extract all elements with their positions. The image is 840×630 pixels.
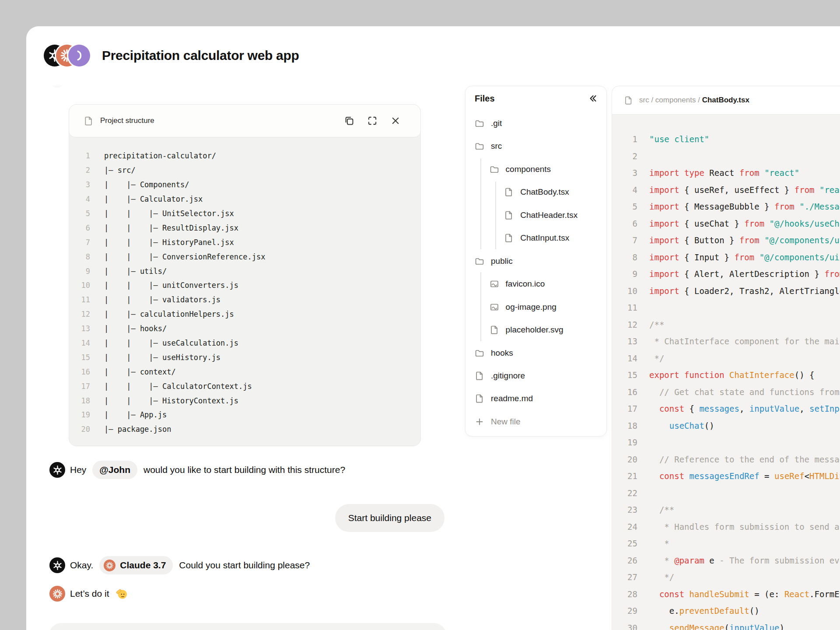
code-line-text: * ChatInterface component for the main c… (649, 336, 840, 346)
code-line: 1"use client" (612, 131, 840, 148)
structure-line: 16| |— context/ (69, 364, 420, 379)
line-number: 21 (612, 471, 637, 481)
structure-line-text: | |— hooks/ (104, 324, 167, 333)
line-number: 13 (69, 324, 90, 333)
code-line-text: * Handles form submission to send a mess… (649, 522, 840, 532)
line-number: 20 (69, 425, 90, 434)
assistant-message: Hey@Johnwould you like to start building… (49, 460, 345, 480)
file-tree-label: placeholder.svg (506, 325, 564, 335)
code-line: 27 */ (612, 569, 840, 586)
close-icon[interactable] (390, 115, 401, 126)
line-number: 9 (69, 267, 90, 276)
file-tree-item-.gitignore[interactable]: .gitignore (474, 366, 525, 385)
faded-message-text: Okay, here's the project structure. (70, 74, 207, 85)
file-tree-item-chatinput.tsx[interactable]: ChatInput.tsx (504, 228, 569, 248)
file-icon (504, 187, 514, 197)
line-number: 4 (612, 185, 637, 195)
openai-avatar (49, 462, 65, 478)
file-tree-item-src[interactable]: src (474, 136, 502, 156)
folder-icon (474, 118, 485, 129)
line-number: 14 (612, 354, 637, 363)
collapse-panel-button[interactable] (587, 93, 598, 104)
line-number: 8 (69, 252, 90, 261)
line-number: 13 (612, 336, 637, 346)
code-line-text: const handleSubmit = (e: React.FormEvent… (649, 589, 840, 599)
structure-line-text: | | |— HistoryContext.js (104, 396, 238, 405)
model-chip[interactable]: Claude 3.7 (99, 556, 173, 574)
structure-line: 9| |— utils/ (69, 264, 420, 278)
code-line: 4import { useRef, useEffect } from "reac… (612, 182, 840, 199)
line-number: 15 (612, 370, 637, 380)
line-number: 1 (69, 151, 90, 160)
structure-line: 14| | |— useCalculation.js (69, 336, 420, 350)
structure-line-text: | | |— HistoryPanel.jsx (104, 238, 234, 247)
folder-icon (489, 164, 500, 175)
line-number: 22 (612, 488, 637, 498)
line-number: 27 (612, 572, 637, 582)
file-tree-item-components[interactable]: components (489, 160, 551, 179)
chat-input[interactable] (49, 623, 446, 630)
line-number: 11 (612, 303, 637, 312)
breadcrumb-file: ChatBody.tsx (702, 96, 749, 104)
structure-line-text: | |— Components/ (104, 180, 189, 189)
line-number: 2 (69, 166, 90, 175)
structure-line: 18| | |— HistoryContext.js (69, 393, 420, 408)
code-line-text: import { Button } from "@/components/ui/… (649, 235, 840, 245)
code-line: 9import { Alert, AlertDescription } from… (612, 266, 840, 283)
new-file-button[interactable]: New file (474, 412, 521, 431)
file-tree-item-chatheader.tsx[interactable]: ChatHeader.tsx (504, 206, 578, 225)
expand-icon[interactable] (367, 115, 378, 126)
files-panel-title: Files (475, 94, 495, 104)
structure-line-text: | |— App.js (104, 410, 167, 419)
code-line-text: sendMessage(inputValue) (649, 623, 784, 630)
line-number: 23 (612, 505, 637, 514)
saluting-face-emoji (116, 587, 129, 600)
code-line: 15export function ChatInterface() { (612, 367, 840, 384)
code-line: 12/** (612, 316, 840, 333)
code-line-text: const { messages, inputValue, setInputVa… (649, 404, 840, 413)
user-message-bubble: Start building please (335, 504, 444, 532)
line-number: 18 (612, 421, 637, 430)
line-number: 20 (612, 455, 637, 464)
breadcrumb[interactable]: src / components / ChatBody.tsx (639, 96, 749, 105)
line-number: 17 (69, 382, 90, 391)
code-line-text: export function ChatInterface() { (649, 370, 815, 380)
code-line: 30 sendMessage(inputValue) (612, 620, 840, 630)
line-number: 4 (69, 195, 90, 203)
file-tree-label: ChatHeader.tsx (520, 210, 578, 220)
file-tree-item-placeholder.svg[interactable]: placeholder.svg (489, 320, 564, 340)
code-line: 29 e.preventDefault() (612, 602, 840, 620)
code-line-text: e.preventDefault() (649, 606, 760, 616)
structure-line: 15| | |— useHistory.js (69, 350, 420, 364)
code-line: 7import { Button } from "@/components/ui… (612, 232, 840, 249)
project-logos (44, 45, 109, 66)
code-line-text: import { useRef, useEffect } from "react… (649, 185, 840, 195)
assistant-message: Okay.Claude 3.7Could you start building … (49, 556, 310, 575)
mention-chip[interactable]: @John (92, 461, 137, 479)
line-number: 6 (69, 224, 90, 232)
file-tree-item-readme.md[interactable]: readme.md (474, 389, 533, 408)
file-tree-item-hooks[interactable]: hooks (474, 343, 513, 363)
code-line: 13 * ChatInterface component for the mai… (612, 333, 840, 350)
file-tree-item-public[interactable]: public (474, 252, 513, 271)
file-tree-item-chatbody.tsx[interactable]: ChatBody.tsx (504, 182, 569, 202)
structure-line: 12| |— calculationHelpers.js (69, 307, 420, 322)
structure-line-text: | |— calculationHelpers.js (104, 310, 234, 318)
file-tree-item-.git[interactable]: .git (474, 114, 502, 133)
line-number: 12 (612, 320, 637, 329)
file-tree-label: public (491, 256, 513, 266)
indent-guide (480, 272, 481, 341)
code-line-text: const messagesEndRef = useRef<HTMLDivEle… (649, 471, 840, 481)
line-number: 12 (69, 310, 90, 318)
file-tree-item-og-image.png[interactable]: og-image.png (489, 298, 556, 317)
structure-line: 13| |— hooks/ (69, 322, 420, 336)
copy-icon[interactable] (343, 115, 355, 126)
file-tree-label: components (506, 164, 551, 174)
file-tree-item-favicon.ico[interactable]: favicon.ico (489, 274, 545, 294)
plus-icon (474, 416, 485, 427)
message-text: Could you start building please? (179, 560, 310, 570)
code-line: 3import type React from "react" (612, 164, 840, 182)
app-window: Precipitation calculator web app Okay, h… (26, 26, 840, 630)
structure-line: 4| |— Calculator.jsx (69, 192, 420, 206)
structure-line: 5| | |— UnitSelector.jsx (69, 206, 420, 221)
